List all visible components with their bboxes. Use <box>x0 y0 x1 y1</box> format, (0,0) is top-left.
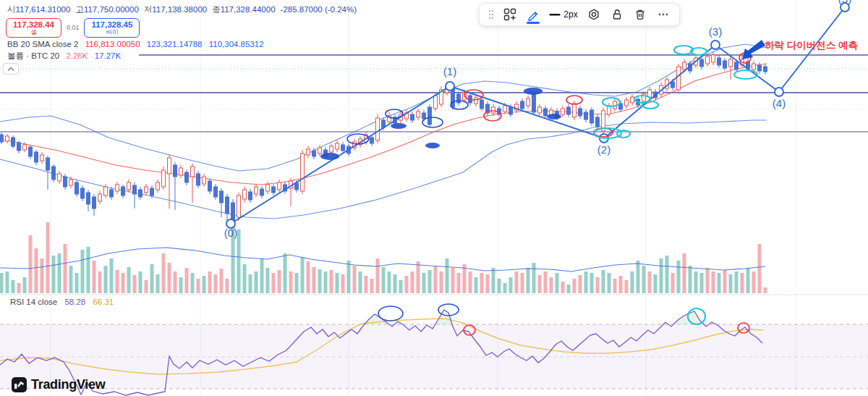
divergence-annotation[interactable]: 하락 다이버전스 예측 <box>742 40 858 59</box>
symbol-legend: 시117,614.31000고117,750.00000저117,138.380… <box>7 4 362 62</box>
settings-button[interactable] <box>584 4 604 25</box>
order-buttons-row: 117,328.44 셀 0.01 117,328.45 바이 <box>6 18 362 38</box>
rsi-ma-value: 66.31 <box>93 298 114 306</box>
lock-button[interactable] <box>607 4 627 25</box>
high-value: 117,750.00000 <box>84 5 139 14</box>
ellipse-annotation <box>524 88 542 95</box>
pencil-icon <box>527 8 540 21</box>
change-value: -285.87000 (-0.24%) <box>281 5 357 14</box>
spread-value: 0.01 <box>67 24 80 31</box>
close-value: 117,328.44000 <box>221 5 276 14</box>
tradingview-logo-icon <box>12 377 27 392</box>
line-width-button[interactable]: 2px <box>546 4 581 25</box>
wave-point-marker <box>711 41 720 49</box>
ohlc-row: 시117,614.31000고117,750.00000저117,138.380… <box>7 4 362 15</box>
toolbar-drag-handle[interactable] <box>485 4 497 25</box>
drawing-toolbar: 2px <box>479 3 680 26</box>
ellipse-annotation <box>320 153 339 160</box>
bearish-divergence-label: 하락 다이버전스 예측 <box>765 40 858 51</box>
wave-label: (2) <box>597 143 610 156</box>
volume-ma-value: 17.27K <box>95 51 121 60</box>
ellipse-annotation <box>734 70 757 79</box>
add-object-icon <box>503 8 516 21</box>
legend-collapse-button[interactable] <box>3 63 19 75</box>
add-object-button[interactable] <box>500 4 520 25</box>
line-width-label: 2px <box>563 9 577 20</box>
rsi-value: 58.28 <box>64 298 85 306</box>
wave-label: (0) <box>224 227 237 239</box>
bb-lower-band <box>0 120 767 219</box>
sell-label: 셀 <box>13 29 54 35</box>
circle-annotations[interactable] <box>320 46 757 160</box>
tradingview-logo-text: TradingView <box>31 377 105 392</box>
buy-label: 바이 <box>91 29 132 35</box>
tradingview-logo[interactable]: TradingView <box>12 377 105 392</box>
ellipse-annotation <box>674 46 693 54</box>
delete-button[interactable] <box>630 4 650 25</box>
volume-indicator-row[interactable]: 볼륨 · BTC 20 2.26K 17.27K <box>7 51 362 62</box>
settings-icon <box>587 8 600 21</box>
volume-indicator-title: 볼륨 · BTC 20 <box>7 51 59 60</box>
bb-value-basis: 116,813.00050 <box>85 40 140 49</box>
bb-value-lower: 110,304.85312 <box>209 40 264 49</box>
down-arrow-annotation <box>742 40 765 59</box>
buy-button[interactable]: 117,328.45 바이 <box>84 18 140 38</box>
rsi-indicator-title: RSI 14 close <box>10 298 57 306</box>
more-options-icon <box>657 8 670 21</box>
low-value: 117,138.38000 <box>152 5 207 14</box>
candles-layer <box>0 51 767 225</box>
wave-point-marker <box>446 82 454 90</box>
sell-button[interactable]: 117,328.44 셀 <box>6 18 61 38</box>
ellipse-annotation <box>603 98 620 106</box>
bb-value-upper: 123,321.14788 <box>147 40 203 49</box>
ellipse-annotation <box>422 117 443 127</box>
ellipse-annotation <box>391 123 407 129</box>
drag-handle-icon <box>487 9 495 20</box>
wave-label: (1) <box>443 65 456 77</box>
low-label: 저 <box>144 5 153 14</box>
bb-indicator-row[interactable]: BB 20 SMA close 2 116,813.00050 123,321.… <box>7 40 362 49</box>
ellipse-annotation <box>425 143 440 148</box>
open-value: 117,614.31000 <box>16 5 71 14</box>
rsi-indicator-row[interactable]: RSI 14 close 58.28 66.31 <box>10 298 114 306</box>
ellipse-annotation <box>547 114 561 119</box>
trash-icon <box>634 8 647 21</box>
wave-label: (5) <box>838 0 851 5</box>
ellipse-annotation <box>378 306 403 321</box>
wave-point-marker <box>775 88 783 96</box>
line-width-icon <box>549 8 561 21</box>
volume-bars-layer <box>0 222 767 293</box>
active-tool-indicator <box>527 22 540 24</box>
open-label: 시 <box>7 5 16 14</box>
close-label: 종 <box>212 5 221 14</box>
tradingview-chart-window: (0)(1)(2)(3)(4)(5)하락 다이버전스 예측 시117,614.3… <box>0 0 868 396</box>
more-options-button[interactable] <box>653 4 673 25</box>
wave-label: (3) <box>709 25 722 38</box>
high-label: 고 <box>75 5 84 14</box>
bb-upper-band <box>0 44 767 171</box>
unlock-icon <box>610 8 624 21</box>
volume-value: 2.26K <box>66 51 88 60</box>
wave-label: (4) <box>773 97 786 109</box>
draw-tool-button[interactable] <box>523 4 543 25</box>
bb-indicator-title: BB 20 SMA close 2 <box>7 40 78 49</box>
chevron-up-icon <box>7 67 14 72</box>
